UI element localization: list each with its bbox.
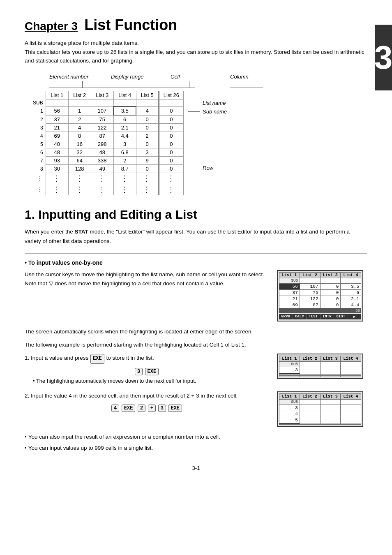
col-list5: List 5 xyxy=(136,91,159,99)
diagram-top-labels: Element number Display range Cell Column xyxy=(29,74,367,90)
step2-num: 2. xyxy=(25,393,31,399)
table-row: 1 56 1 107 3.5 4 0 xyxy=(29,106,184,115)
bottom-bullets: • You can also input the result of an ex… xyxy=(25,432,367,453)
subsection-para: Use the cursor keys to move the highligh… xyxy=(25,270,269,289)
sub-label: SUB xyxy=(29,99,46,106)
key-exe-3: EXE xyxy=(122,405,136,412)
section-divider xyxy=(25,253,367,254)
label-row: Row xyxy=(188,165,227,171)
diagram-table: List 1 List 2 List 3 List 4 List 5 List … xyxy=(29,91,184,196)
sub-list2 xyxy=(68,99,91,106)
key-exe-4: EXE xyxy=(168,405,182,412)
col-list26: List 26 xyxy=(159,91,183,99)
line-column xyxy=(230,88,263,88)
diagram-area: Element number Display range Cell Column… xyxy=(25,74,367,196)
sub-list5 xyxy=(136,99,159,106)
sub-list1 xyxy=(46,99,68,106)
steps-list: 1. Input a value and press EXE to store … xyxy=(25,354,367,427)
calc-display-step2: List 1 List 2 List 3 List 4 SUB 3 xyxy=(277,391,363,427)
step-1-text: 1. Input a value and press EXE to store … xyxy=(25,354,269,387)
chapter-tab: 3 xyxy=(375,25,392,90)
calc-table-1: List 1 List 2 List 3 List 4 SUB 56 107 0… xyxy=(279,272,361,308)
key-exe-2: EXE xyxy=(145,368,159,375)
key-3: 3 xyxy=(135,368,143,375)
scroll-text: The screen automatically scrolls when th… xyxy=(25,327,367,336)
table-row: 5 40 16 298 3 0 0 xyxy=(29,140,184,148)
label-sub-name: Sub name xyxy=(188,109,227,115)
key-4: 4 xyxy=(111,405,119,412)
tick-element xyxy=(82,81,83,88)
col-list3: List 3 xyxy=(91,91,113,99)
table-row: 8 30 128 49 8.7 0 0 xyxy=(29,165,184,173)
col-list1: List 1 xyxy=(46,91,68,99)
label-element-number: Element number xyxy=(49,74,88,80)
right-labels: List name Sub name Row xyxy=(188,91,227,172)
step1-text: Input a value and press EXE to store it … xyxy=(31,355,154,361)
step1-img: List 1 List 2 List 3 List 4 SUB 3 xyxy=(277,354,367,379)
label-display-range: Display range xyxy=(111,74,144,80)
table-row-dots: ⋮ ⋮ ⋮ ⋮ ⋮ ⋮ ⋮ xyxy=(29,173,184,184)
col-list4: List 4 xyxy=(113,91,136,99)
page-number: 3-1 xyxy=(25,465,367,471)
label-column: Column xyxy=(230,74,249,80)
table-row: 3 21 4 122 2.1 0 0 xyxy=(29,124,184,132)
section1-heading: 1. Inputting and Editing a List xyxy=(25,208,367,222)
step-1: 1. Input a value and press EXE to store … xyxy=(25,354,367,387)
tick-column xyxy=(255,81,255,88)
intro-line1: A list is a storage place for multiple d… xyxy=(25,39,367,48)
col-list2: List 2 xyxy=(68,91,91,99)
label-cell: Cell xyxy=(171,74,180,80)
step2-img: List 1 List 2 List 3 List 4 SUB 3 xyxy=(277,391,367,427)
example-text: The following example is performed start… xyxy=(25,340,367,349)
step-2-text: 2. Input the value 4 in the second cell,… xyxy=(25,391,269,414)
bullet-999: • You can input values up to 999 cells i… xyxy=(25,444,367,453)
table-row: 4 69 8 87 4.4 2 0 xyxy=(29,132,184,140)
line-display xyxy=(117,88,171,88)
chapter-heading: Chapter 3 List Function xyxy=(25,16,367,34)
tick-display xyxy=(144,81,144,88)
calc-screen-1: List 1 List 2 List 3 List 4 SUB 56 107 0… xyxy=(277,270,367,321)
sub-list4 xyxy=(113,99,136,106)
line-element xyxy=(49,88,117,88)
step1-keys: 3 EXE xyxy=(25,368,269,375)
chapter-title: List Function xyxy=(84,16,177,34)
table-row: 2 37 2 75 6 0 0 xyxy=(29,115,184,124)
step-2: 2. Input the value 4 in the second cell,… xyxy=(25,391,367,427)
key-exe: EXE xyxy=(90,354,104,364)
stat-keyword: STAT xyxy=(75,229,88,235)
table-row: 7 93 64 338 2 9 0 xyxy=(29,157,184,165)
step1-sub: • The highlighting automatically moves d… xyxy=(33,377,269,386)
calc-menu-1: GRPH CALC TEST INTR DIST ▶ xyxy=(279,314,361,319)
intro-text: A list is a storage place for multiple d… xyxy=(25,39,367,65)
subsection-text: Use the cursor keys to move the highligh… xyxy=(25,270,269,289)
key-2: 2 xyxy=(138,405,145,412)
subsection-content: Use the cursor keys to move the highligh… xyxy=(25,270,367,321)
intro-line2: This calculator lets you store up to 26 … xyxy=(25,48,367,65)
bullet-999-text: You can input values up to 999 cells in … xyxy=(28,444,153,453)
calc-extra-val: 56 xyxy=(279,308,361,313)
sub-list26 xyxy=(159,99,183,106)
diagram-table-wrapper: List 1 List 2 List 3 List 4 List 5 List … xyxy=(29,91,367,196)
chapter-label: Chapter 3 xyxy=(25,20,78,33)
section1-intro: When you enter the STAT mode, the "List … xyxy=(25,227,367,246)
bullet-expression: • You can also input the result of an ex… xyxy=(25,432,367,442)
step2-text: Input the value 4 in the second cell, an… xyxy=(31,393,238,399)
sub-list3 xyxy=(91,99,113,106)
line-cell xyxy=(171,88,195,88)
subsection-heading: • To input values one-by-one xyxy=(25,259,367,266)
table-row-dots2: ⋮ ⋮ ⋮ ⋮ ⋮ ⋮ ⋮ xyxy=(29,184,184,195)
step2-keys: 4 EXE 2 + 3 EXE xyxy=(25,405,269,412)
key-3-2: 3 xyxy=(158,405,166,412)
bullet-expression-text: You can also input the result of an expr… xyxy=(28,432,220,442)
key-plus: + xyxy=(148,405,156,412)
tick-cell xyxy=(189,81,189,88)
label-list-name: List name xyxy=(188,100,227,106)
calc-display-step1: List 1 List 2 List 3 List 4 SUB 3 xyxy=(277,354,363,379)
calc-display-1: List 1 List 2 List 3 List 4 SUB 56 107 0… xyxy=(277,270,363,321)
step1-num: 1. xyxy=(25,355,31,361)
table-row: 6 48 32 48 6.8 3 0 xyxy=(29,148,184,157)
